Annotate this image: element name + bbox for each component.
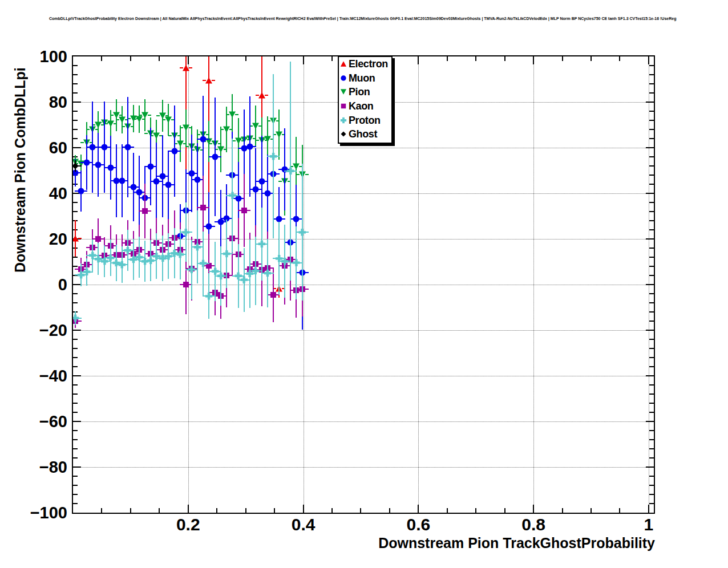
x-axis-tick <box>619 56 620 61</box>
y-axis-tick <box>649 293 654 294</box>
pion-marker <box>229 112 236 118</box>
pion-marker <box>183 125 189 131</box>
pion-marker <box>223 126 230 132</box>
muon-marker <box>194 177 200 183</box>
x-axis-tick <box>331 508 333 513</box>
legend-entry: Proton <box>339 113 391 127</box>
y-axis-tick <box>73 421 81 422</box>
x-axis-tick <box>648 505 649 513</box>
y-axis-tick <box>649 339 654 340</box>
legend-entry-label: Muon <box>349 72 375 84</box>
x-tick-label: 0.2 <box>163 516 214 533</box>
y-axis-tick <box>649 74 654 75</box>
y-axis-tick <box>73 138 78 139</box>
muon-marker <box>153 178 160 184</box>
y-axis-tick <box>73 384 78 386</box>
y-axis-tick <box>649 311 654 313</box>
pion-marker <box>165 116 172 123</box>
y-axis-tick <box>649 384 654 386</box>
proton-marker <box>298 229 306 236</box>
muon-marker <box>188 171 195 177</box>
y-tick-label: −20 <box>16 322 67 339</box>
muon-xerror-cap <box>253 146 256 147</box>
y-tick-label: −40 <box>16 368 67 384</box>
y-axis-tick <box>73 202 78 203</box>
y-axis-tick <box>649 266 654 267</box>
kaon-xerror-cap <box>305 289 309 290</box>
y-axis-tick <box>646 466 654 468</box>
muon-marker <box>293 216 300 222</box>
y-axis-tick <box>73 348 78 349</box>
y-axis-tick <box>73 375 81 376</box>
x-tick-label: 0.4 <box>278 516 329 533</box>
muon-marker <box>78 188 84 194</box>
x-axis-tick <box>562 56 563 61</box>
proton-marker <box>223 250 230 258</box>
muon-marker <box>171 148 177 155</box>
muon-xerror-cap <box>206 139 209 140</box>
legend-entry-label: Proton <box>349 114 381 126</box>
y-axis-tick <box>73 466 81 468</box>
y-axis-tick <box>73 211 78 212</box>
muon-xerror-cap <box>305 272 309 273</box>
y-axis-tick <box>649 248 654 249</box>
muon-marker <box>102 144 108 151</box>
y-axis-tick <box>649 430 654 431</box>
y-tick-label: 60 <box>16 140 67 156</box>
y-axis-tick <box>73 65 78 66</box>
muon-xerror-cap <box>72 172 72 173</box>
legend-entry: Kaon <box>339 99 391 113</box>
y-tick-label: −100 <box>16 505 67 521</box>
x-axis-tick <box>562 508 563 513</box>
electron-marker <box>205 77 212 83</box>
muon-marker <box>130 184 136 190</box>
legend-entry: Pion <box>339 85 391 99</box>
y-axis-tick <box>649 257 654 258</box>
x-axis-tick <box>274 508 275 513</box>
muon-xerror-cap <box>282 218 285 220</box>
y-axis-tick <box>649 220 654 221</box>
proton-marker <box>270 153 277 160</box>
y-axis-tick <box>649 229 654 230</box>
muon-marker <box>218 219 224 225</box>
y-axis-tick <box>649 138 654 139</box>
y-tick-label: −60 <box>16 413 67 430</box>
grid-line-h <box>73 330 654 331</box>
muon-marker <box>258 178 265 184</box>
proton-xerror-cap <box>72 318 72 319</box>
plot-header-title: CombDLLpiVTrackGhostProbability Electron… <box>49 17 676 21</box>
y-axis-tick <box>649 211 654 212</box>
x-axis-tick <box>418 505 419 513</box>
legend-entry-label: Kaon <box>349 100 373 112</box>
y-axis-title: Downstream Pion CombDLLpi <box>10 50 30 290</box>
electron-marker <box>183 65 189 71</box>
x-tick-label: 0.8 <box>508 516 559 533</box>
x-axis-tick <box>648 56 649 64</box>
electron-marker <box>72 236 79 242</box>
x-axis-tick <box>504 508 505 513</box>
y-axis-tick <box>73 485 78 486</box>
y-axis-tick <box>73 266 78 267</box>
y-tick-label: 40 <box>16 185 67 202</box>
y-axis-tick <box>73 457 78 459</box>
x-axis-tick <box>159 56 160 61</box>
x-axis-tick <box>274 56 275 61</box>
y-axis-tick <box>649 120 654 121</box>
muon-marker <box>276 216 282 222</box>
pion-marker <box>252 123 259 129</box>
pion-marker <box>276 131 282 137</box>
y-axis-tick <box>73 412 78 413</box>
muon-xerror-cap <box>276 173 280 175</box>
x-axis-tick <box>389 508 390 513</box>
x-tick-label: 1 <box>623 516 674 533</box>
muon-marker <box>265 190 271 197</box>
legend-entry: Muon <box>339 71 391 86</box>
x-axis-tick <box>360 508 361 513</box>
kaon-xerror-cap <box>78 320 82 322</box>
y-axis-tick <box>73 430 78 431</box>
x-axis-tick <box>188 56 189 64</box>
grid-line-v <box>533 56 534 513</box>
x-axis-tick <box>245 56 246 61</box>
y-axis-tick <box>649 348 654 349</box>
muon-xerror-cap <box>177 151 181 152</box>
